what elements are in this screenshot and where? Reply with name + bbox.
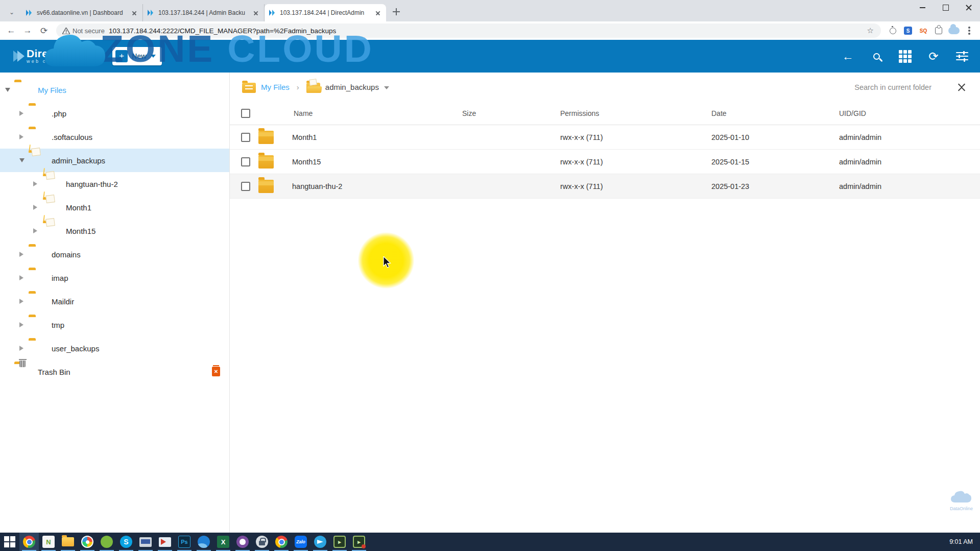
chevron-collapsed-icon[interactable]: [19, 111, 23, 116]
column-header-uid-gid[interactable]: UID/GID: [839, 109, 980, 117]
url-text[interactable]: 103.137.184.244:2222/CMD_FILE_MANAGER?pa…: [109, 27, 862, 35]
close-tab-icon[interactable]: [252, 9, 260, 17]
profile-avatar[interactable]: [947, 24, 961, 37]
breadcrumb-root-link[interactable]: My Files: [261, 83, 290, 91]
extensions-puzzle-icon[interactable]: [932, 24, 945, 37]
column-header-name[interactable]: Name: [252, 109, 462, 117]
sidebar-item-month15[interactable]: Month15: [0, 219, 229, 243]
bookmark-star-icon[interactable]: ☆: [866, 26, 875, 35]
tab-dashboard[interactable]: sv66.dataonline.vn | Dashboard: [21, 4, 143, 21]
sidebar-item-imap[interactable]: imap: [0, 266, 229, 290]
sidebar-item-softaculous[interactable]: .softaculous: [0, 125, 229, 149]
close-tab-icon[interactable]: [130, 9, 138, 17]
taskbar-green-app-icon[interactable]: [97, 533, 116, 551]
tab-title: 103.137.184.244 | DirectAdmin: [280, 9, 371, 16]
taskbar-paint-icon[interactable]: [78, 533, 97, 551]
header-apps-grid-icon[interactable]: [896, 47, 914, 65]
chevron-expanded-icon[interactable]: [5, 88, 10, 92]
sidebar-item-label: Month15: [0, 227, 95, 235]
sidebar-item-domains[interactable]: domains: [0, 243, 229, 266]
taskbar-chrome-icon[interactable]: [19, 533, 39, 551]
sidebar-item-hangtuan-thu-2[interactable]: hangtuan-thu-2: [0, 172, 229, 196]
taskbar-terminal-icon[interactable]: ▸: [330, 533, 349, 551]
row-checkbox[interactable]: [241, 182, 250, 191]
start-button[interactable]: [0, 533, 19, 551]
taskbar-github-icon[interactable]: [233, 533, 252, 551]
reload-icon[interactable]: ⟳: [37, 23, 51, 38]
search-input[interactable]: Search in current folder: [854, 83, 931, 91]
sidebar-item-month1[interactable]: Month1: [0, 196, 229, 219]
chevron-collapsed-icon[interactable]: [19, 134, 23, 139]
taskbar-system-monitor-icon[interactable]: [136, 533, 155, 551]
forward-icon[interactable]: →: [20, 23, 35, 38]
row-checkbox[interactable]: [241, 157, 250, 166]
collapse-panel-icon[interactable]: [958, 82, 968, 93]
maximize-icon[interactable]: [934, 0, 957, 15]
chevron-expanded-icon[interactable]: [19, 158, 25, 162]
directadmin-favicon: [269, 9, 277, 17]
taskbar-excel-icon[interactable]: X: [213, 533, 233, 551]
table-row[interactable]: Month1 rwx-x-x (711) 2025-01-10 admin/ad…: [230, 125, 980, 150]
taskbar-display-settings-icon[interactable]: [155, 533, 175, 551]
header-settings-sliders-icon[interactable]: [953, 47, 971, 65]
chevron-collapsed-icon[interactable]: [19, 299, 23, 304]
sidebar-item-trash-bin[interactable]: Trash Bin ✕: [0, 360, 229, 384]
column-header-date[interactable]: Date: [711, 109, 839, 117]
taskbar-terminal-alt-icon[interactable]: ▸: [349, 533, 369, 551]
taskbar-photoshop-icon[interactable]: Ps: [175, 533, 194, 551]
directadmin-logo[interactable]: DirectAdmin web control panel: [13, 48, 92, 64]
stopwatch-extension-icon[interactable]: [886, 24, 899, 37]
file-name[interactable]: Month15: [292, 158, 321, 166]
chevron-collapsed-icon[interactable]: [19, 275, 23, 280]
sidebar-item-admin-backups[interactable]: admin_backups: [0, 149, 229, 172]
close-window-icon[interactable]: [957, 0, 980, 15]
sidebar-item-my-files[interactable]: My Files: [0, 78, 229, 102]
chevron-collapsed-icon[interactable]: [19, 322, 23, 327]
taskbar-password-lock-icon[interactable]: [252, 533, 272, 551]
chevron-down-icon[interactable]: [384, 86, 389, 89]
chevron-collapsed-icon[interactable]: [33, 228, 37, 233]
sidebar-item-tmp[interactable]: tmp: [0, 313, 229, 337]
header-search-icon[interactable]: [868, 47, 885, 65]
taskbar-clock[interactable]: 9:01 AM: [949, 538, 980, 545]
tab-search-chevron-icon[interactable]: ⌄: [3, 5, 20, 19]
chevron-collapsed-icon[interactable]: [33, 181, 37, 186]
column-header-permissions[interactable]: Permissions: [560, 109, 711, 117]
select-all-checkbox[interactable]: [241, 109, 250, 118]
sq-extension-icon[interactable]: SQ: [917, 24, 930, 37]
file-name[interactable]: Month1: [292, 133, 317, 141]
tab-admin-backup[interactable]: 103.137.184.244 | Admin Backu: [143, 4, 265, 21]
header-refresh-icon[interactable]: ⟳: [925, 47, 942, 65]
taskbar-blue-app-icon[interactable]: [194, 533, 213, 551]
row-checkbox[interactable]: [241, 133, 250, 142]
s-extension-icon[interactable]: S: [901, 24, 915, 37]
taskbar-telegram-icon[interactable]: [310, 533, 330, 551]
address-bar[interactable]: Not secure 103.137.184.244:2222/CMD_FILE…: [56, 23, 881, 38]
sidebar-item-php[interactable]: .php: [0, 102, 229, 125]
close-tab-icon[interactable]: [374, 9, 382, 17]
not-secure-warning-icon[interactable]: Not secure: [62, 27, 105, 35]
sidebar-item-label: Maildir: [0, 297, 74, 306]
column-header-size[interactable]: Size: [462, 109, 560, 117]
empty-trash-icon[interactable]: ✕: [212, 367, 220, 376]
chevron-collapsed-icon[interactable]: [19, 346, 23, 351]
taskbar-notepadpp-icon[interactable]: N: [39, 533, 58, 551]
back-icon[interactable]: ←: [4, 23, 18, 38]
table-row[interactable]: hangtuan-thu-2 rwx-x-x (711) 2025-01-23 …: [230, 174, 980, 199]
new-button[interactable]: + New: [112, 47, 162, 65]
taskbar-zalo-icon[interactable]: Zalo: [291, 533, 310, 551]
sidebar-item-user-backups[interactable]: user_backups: [0, 337, 229, 360]
sidebar-item-maildir[interactable]: Maildir: [0, 290, 229, 313]
minimize-icon[interactable]: [911, 0, 934, 15]
chevron-collapsed-icon[interactable]: [19, 252, 23, 257]
new-tab-icon[interactable]: [389, 5, 403, 19]
chevron-collapsed-icon[interactable]: [33, 205, 37, 210]
file-name[interactable]: hangtuan-thu-2: [292, 182, 342, 190]
taskbar-browser-icon[interactable]: [272, 533, 291, 551]
browser-menu-icon[interactable]: [963, 24, 976, 37]
taskbar-file-explorer-icon[interactable]: [58, 533, 78, 551]
table-row[interactable]: Month15 rwx-x-x (711) 2025-01-15 admin/a…: [230, 150, 980, 174]
header-back-icon[interactable]: ←: [839, 47, 856, 65]
taskbar-skype-icon[interactable]: S: [116, 533, 136, 551]
tab-directadmin-active[interactable]: 103.137.184.244 | DirectAdmin: [265, 4, 386, 21]
